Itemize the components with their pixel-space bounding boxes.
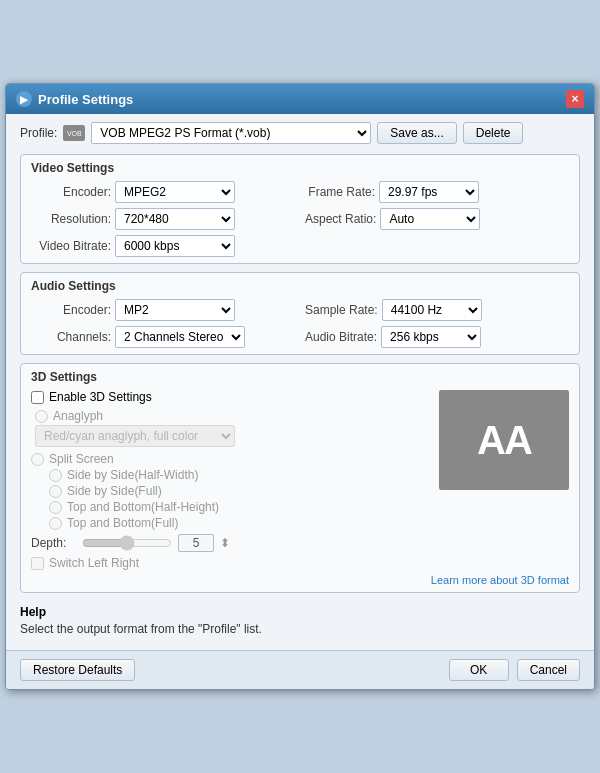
app-icon: ▶ [16, 91, 32, 107]
depth-label: Depth: [31, 536, 76, 550]
side-by-side-half-label: Side by Side(Half-Width) [67, 468, 198, 482]
enable-3d-row: Enable 3D Settings [31, 390, 429, 404]
3d-settings-left: Enable 3D Settings Anaglyph Red/cyan ana… [31, 390, 429, 570]
top-bottom-full-row: Top and Bottom(Full) [49, 516, 429, 530]
video-bitrate-label: Video Bitrate: [31, 239, 111, 253]
split-screen-radio[interactable] [31, 453, 44, 466]
3d-settings-section: 3D Settings Enable 3D Settings Anaglyph [20, 363, 580, 593]
depth-row: Depth: ⬍ [31, 534, 429, 552]
encoder-row: Encoder: MPEG2 [31, 181, 295, 203]
side-by-side-full-radio[interactable] [49, 485, 62, 498]
anaglyph-radio[interactable] [35, 410, 48, 423]
help-title: Help [20, 605, 580, 619]
split-screen-label: Split Screen [49, 452, 114, 466]
split-screen-options: Side by Side(Half-Width) Side by Side(Fu… [49, 468, 429, 530]
save-as-button[interactable]: Save as... [377, 122, 456, 144]
resolution-label: Resolution: [31, 212, 111, 226]
anaglyph-radio-row: Anaglyph [35, 409, 429, 423]
switch-left-right-row: Switch Left Right [31, 556, 429, 570]
channels-label: Channels: [31, 330, 111, 344]
depth-spinner-icon: ⬍ [220, 536, 230, 550]
anaglyph-type-select[interactable]: Red/cyan anaglyph, full color [35, 425, 235, 447]
footer-right: OK Cancel [449, 659, 580, 681]
learn-more-link[interactable]: Learn more about 3D format [31, 574, 569, 586]
enable-3d-label[interactable]: Enable 3D Settings [49, 390, 152, 404]
help-section: Help Select the output format from the "… [20, 601, 580, 642]
cancel-button[interactable]: Cancel [517, 659, 580, 681]
audio-bitrate-row: Audio Bitrate: 256 kbps [305, 326, 569, 348]
audio-settings-section: Audio Settings Encoder: MP2 Sample Rate:… [20, 272, 580, 355]
3d-preview-text: AA [477, 418, 531, 463]
restore-defaults-button[interactable]: Restore Defaults [20, 659, 135, 681]
split-screen-group: Split Screen Side by Side(Half-Width) Si… [31, 452, 429, 530]
audio-encoder-select[interactable]: MP2 [115, 299, 235, 321]
side-by-side-half-row: Side by Side(Half-Width) [49, 468, 429, 482]
switch-left-right-label: Switch Left Right [49, 556, 139, 570]
dialog-title: Profile Settings [38, 92, 133, 107]
top-bottom-full-radio[interactable] [49, 517, 62, 530]
depth-slider[interactable] [82, 536, 172, 550]
depth-input[interactable] [178, 534, 214, 552]
sample-rate-label: Sample Rate: [305, 303, 378, 317]
side-by-side-half-radio[interactable] [49, 469, 62, 482]
encoder-select[interactable]: MPEG2 [115, 181, 235, 203]
video-settings-section: Video Settings Encoder: MPEG2 Frame Rate… [20, 154, 580, 264]
audio-bitrate-select[interactable]: 256 kbps [381, 326, 481, 348]
aspect-ratio-select[interactable]: Auto [380, 208, 480, 230]
profile-format-icon: VOB [63, 125, 85, 141]
profile-row: Profile: VOB VOB MPEG2 PS Format (*.vob)… [20, 122, 580, 144]
encoder-label: Encoder: [31, 185, 111, 199]
audio-encoder-row: Encoder: MP2 [31, 299, 295, 321]
video-bitrate-row: Video Bitrate: 6000 kbps [31, 235, 295, 257]
resolution-row: Resolution: 720*480 [31, 208, 295, 230]
3d-settings-title: 3D Settings [31, 370, 569, 384]
close-button[interactable]: × [566, 90, 584, 108]
title-bar-left: ▶ Profile Settings [16, 91, 133, 107]
video-settings-grid: Encoder: MPEG2 Frame Rate: 29.97 fps Res… [31, 181, 569, 257]
top-bottom-full-label: Top and Bottom(Full) [67, 516, 178, 530]
help-text: Select the output format from the "Profi… [20, 622, 580, 636]
anaglyph-label: Anaglyph [53, 409, 103, 423]
delete-button[interactable]: Delete [463, 122, 524, 144]
top-bottom-half-label: Top and Bottom(Half-Height) [67, 500, 219, 514]
channels-select[interactable]: 2 Channels Stereo [115, 326, 245, 348]
video-bitrate-select[interactable]: 6000 kbps [115, 235, 235, 257]
title-bar: ▶ Profile Settings × [6, 84, 594, 114]
3d-settings-inner: Enable 3D Settings Anaglyph Red/cyan ana… [31, 390, 569, 570]
enable-3d-checkbox[interactable] [31, 391, 44, 404]
audio-bitrate-label: Audio Bitrate: [305, 330, 377, 344]
audio-encoder-label: Encoder: [31, 303, 111, 317]
profile-label: Profile: [20, 126, 57, 140]
channels-row: Channels: 2 Channels Stereo [31, 326, 295, 348]
anaglyph-group: Anaglyph Red/cyan anaglyph, full color [35, 409, 429, 447]
side-by-side-full-row: Side by Side(Full) [49, 484, 429, 498]
resolution-select[interactable]: 720*480 [115, 208, 235, 230]
dialog-window: ▶ Profile Settings × Profile: VOB VOB MP… [5, 83, 595, 690]
dialog-body: Profile: VOB VOB MPEG2 PS Format (*.vob)… [6, 114, 594, 650]
aspect-ratio-label: Aspect Ratio: [305, 212, 376, 226]
ok-button[interactable]: OK [449, 659, 509, 681]
side-by-side-full-label: Side by Side(Full) [67, 484, 162, 498]
frame-rate-label: Frame Rate: [305, 185, 375, 199]
split-screen-radio-row: Split Screen [31, 452, 429, 466]
video-settings-title: Video Settings [31, 161, 569, 175]
sample-rate-select[interactable]: 44100 Hz [382, 299, 482, 321]
audio-settings-grid: Encoder: MP2 Sample Rate: 44100 Hz Chann… [31, 299, 569, 348]
profile-select[interactable]: VOB MPEG2 PS Format (*.vob) [91, 122, 371, 144]
frame-rate-select[interactable]: 29.97 fps [379, 181, 479, 203]
3d-preview: AA [439, 390, 569, 490]
audio-settings-title: Audio Settings [31, 279, 569, 293]
top-bottom-half-radio[interactable] [49, 501, 62, 514]
switch-left-right-checkbox[interactable] [31, 557, 44, 570]
footer: Restore Defaults OK Cancel [6, 650, 594, 689]
sample-rate-row: Sample Rate: 44100 Hz [305, 299, 569, 321]
frame-rate-row: Frame Rate: 29.97 fps [305, 181, 569, 203]
top-bottom-half-row: Top and Bottom(Half-Height) [49, 500, 429, 514]
aspect-ratio-row: Aspect Ratio: Auto [305, 208, 569, 230]
